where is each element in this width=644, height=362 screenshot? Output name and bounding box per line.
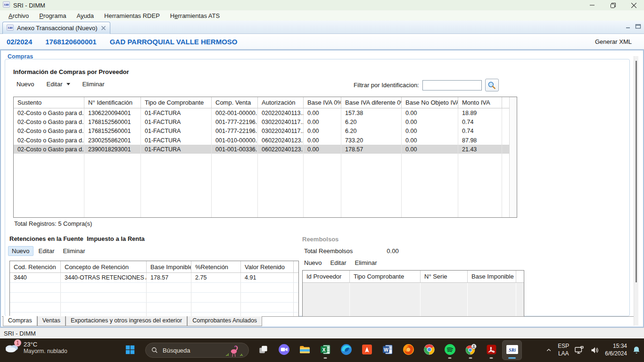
statusbar-text: SRI - DIMM [4,330,36,337]
compras-row[interactable]: 02-Costo o Gasto para d...23900182930010… [14,145,517,154]
table-cell: 0.00 [402,127,458,136]
table-cell: 02-Costo o Gasto para d... [14,145,84,154]
statusbar: SRI - DIMM [0,328,644,338]
table-cell: 0.00 [402,108,458,117]
compras-row[interactable] [14,154,517,163]
close-button[interactable] [623,0,644,10]
compras-row[interactable] [14,208,517,217]
retenciones-nuevo-button[interactable]: Nuevo [8,246,33,256]
taskbar-firefox-icon[interactable] [399,341,418,360]
menu-item-ayuda[interactable]: Ayuda [72,11,99,20]
weather-widget[interactable]: 1 23°C Mayorm. nublado [4,341,67,354]
taskbar-spotify-icon[interactable] [440,341,459,360]
column-header: Id Proveedor [303,271,350,282]
taskbar-task-view-icon[interactable] [254,341,272,360]
view-minimize-icon[interactable] [625,24,631,29]
retencion-row[interactable] [10,283,298,293]
compras-row[interactable] [14,199,517,208]
taskbar-excel-icon[interactable]: X [316,341,335,360]
compras-row[interactable] [14,190,517,199]
menu-item-herramientas-ats[interactable]: Herramientas ATS [165,11,224,20]
minimize-button[interactable] [582,0,603,10]
editar-button[interactable]: Editar [47,81,70,88]
bottom-tab-comprobantes[interactable]: Comprobantes Anulados [187,316,262,326]
compras-row[interactable]: 02-Costo o Gasto para d...23002558620010… [14,136,517,145]
reembolso-row[interactable] [303,294,524,305]
compras-table[interactable]: SustentoN° IdentificaciónTipo de Comprob… [13,97,517,218]
retencion-row[interactable] [10,293,298,303]
taskbar-sri-dimm-icon[interactable]: SRi [503,341,521,360]
bottom-tab-compras[interactable]: Compras [3,316,37,326]
reembolsos-eliminar-button[interactable]: Eliminar [355,259,377,266]
taskbar-edge-icon[interactable] [337,341,355,360]
nuevo-button[interactable]: Nuevo [17,81,34,88]
flamingo-icon [224,343,244,358]
table-header-row: Cod. RetenciónConcepto de RetenciónBase … [10,261,298,273]
retencion-row[interactable]: 34403440-OTRAS RETENCIONES A...178.572.7… [10,273,298,283]
compras-row[interactable] [14,172,517,181]
compras-row[interactable]: 02-Costo o Gasto para d...17681525600010… [14,117,517,126]
table-cell: 001-010-00000... [212,136,258,145]
filter-input[interactable] [422,80,482,90]
table-cell [14,208,84,217]
spotify-icon [444,344,456,357]
taskbar-word-icon[interactable]: W [378,341,397,360]
compras-row[interactable]: 02-Costo o Gasto para d...13062200940010… [14,108,517,117]
filter-search-button[interactable] [485,79,499,91]
tab-label: Anexo Transaccional (Nuevo) [17,25,98,32]
menu-item-programa[interactable]: Programa [34,11,71,20]
compras-row[interactable] [14,181,517,190]
compras-table-scrollbar[interactable] [509,97,517,217]
titlebar: SRi SRI - DIMM [0,0,644,10]
table-cell [141,208,212,217]
menu-item-herramientas-rdep[interactable]: Herramientas RDEP [99,11,165,20]
notification-bell-icon[interactable] [632,346,641,355]
reembolsos-editar-button[interactable]: Editar [330,259,347,266]
retenciones-editar-button[interactable]: Editar [39,247,55,255]
reembolso-row[interactable] [303,305,524,317]
taskbar-chrome-icon[interactable] [420,341,438,360]
taskbar-video-app-icon[interactable] [274,341,293,360]
tray-chevron-up-icon[interactable] [545,346,553,354]
table-cell: 2300255862001 [84,136,141,145]
clock[interactable]: 15:34 6/6/2024 [605,343,627,357]
view-maximize-icon[interactable] [635,24,641,29]
scrollbar-thumb[interactable] [636,61,637,282]
start-button[interactable] [125,345,135,356]
eliminar-button[interactable]: Eliminar [83,81,105,88]
taskbar-nitro-pdf-icon[interactable] [357,341,376,360]
taskbar-file-explorer-icon[interactable] [295,341,314,360]
tab-close-icon[interactable] [101,25,106,31]
generar-xml-button[interactable]: Generar XML [595,38,632,45]
taskbar-search[interactable]: Búsqueda [145,343,249,358]
table-cell [14,154,84,163]
table-cell [147,293,191,302]
taskbar-acrobat-icon[interactable] [482,341,501,360]
taskbar-chrome-profile-icon[interactable] [461,341,480,360]
language-indicator[interactable]: ESP LAA [558,343,569,357]
editar-dropdown-icon[interactable] [66,83,70,85]
tab-anexo-transaccional[interactable]: SRi Anexo Transaccional (Nuevo) [2,22,110,34]
network-icon[interactable] [574,345,585,356]
bottom-tab-exportaciones[interactable]: Exportaciones y otros ingresos del exter… [66,316,187,326]
taskbar: 1 23°C Mayorm. nublado Búsqueda XWSRi ES… [0,338,644,362]
page-scrollbar[interactable] [634,56,638,326]
restore-button[interactable] [603,0,623,10]
retenciones-table[interactable]: Cod. RetenciónConcepto de RetenciónBase … [9,261,299,317]
compras-row[interactable] [14,163,517,172]
table-cell: 02-Costo o Gasto para d... [14,136,84,145]
reembolsos-nuevo-button[interactable]: Nuevo [304,259,322,266]
retencion-row[interactable] [10,303,298,313]
compras-row[interactable]: 02-Costo o Gasto para d...17681525600010… [14,127,517,136]
table-cell [10,303,61,312]
table-cell: 1768152560001 [84,127,141,136]
table-cell [350,283,421,294]
column-header: Base IVA diferente 0% [341,97,402,108]
volume-icon[interactable] [590,345,600,355]
reembolso-row[interactable] [303,283,524,294]
bottom-tab-ventas[interactable]: Ventas [37,316,66,326]
table-cell [458,163,502,172]
table-cell [147,303,191,312]
retenciones-eliminar-button[interactable]: Eliminar [63,247,85,255]
menu-item-archivo[interactable]: Archivo [4,11,33,20]
